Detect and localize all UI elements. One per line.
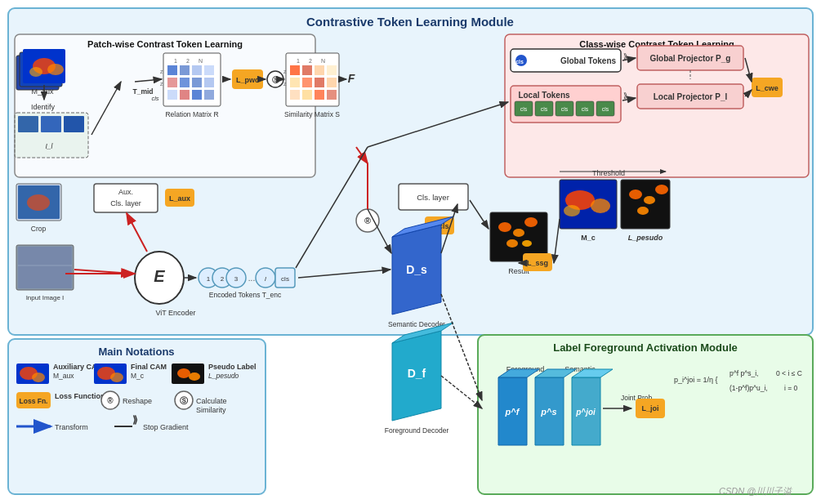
svg-marker-131 <box>572 377 600 445</box>
svg-line-170 <box>441 204 457 253</box>
svg-rect-134 <box>636 399 665 418</box>
svg-line-100 <box>127 213 147 252</box>
svg-rect-30 <box>167 78 177 87</box>
global-tokens-label: Global Tokens <box>560 56 617 65</box>
svg-marker-105 <box>392 225 441 314</box>
svg-line-172 <box>554 219 560 263</box>
svg-rect-56 <box>315 90 324 100</box>
svg-text:3: 3 <box>234 275 239 283</box>
svg-point-7 <box>47 64 64 75</box>
notations-title: Main Notations <box>98 346 174 358</box>
svg-point-123 <box>637 207 649 215</box>
svg-rect-66 <box>511 86 621 123</box>
similarity-matrix-label: Similarity Matrix S <box>284 110 340 118</box>
svg-rect-33 <box>204 78 214 87</box>
ljoi-label: L_joi <box>641 404 658 413</box>
svg-rect-109 <box>490 212 547 261</box>
svg-rect-94 <box>275 268 295 288</box>
svg-text:p^f p^s_i,: p^f p^s_i, <box>730 369 758 377</box>
svg-line-179 <box>296 147 368 268</box>
encoder-label: E <box>154 267 165 285</box>
df-label: D_f <box>408 367 426 380</box>
ema-label: EMA <box>682 87 698 96</box>
svg-text:®: ® <box>107 396 114 405</box>
svg-text:1: 1 <box>297 58 300 64</box>
svg-point-116 <box>565 190 595 210</box>
lcls-label: L_cls <box>430 222 448 230</box>
svg-point-16 <box>27 194 50 211</box>
svg-text:⟫: ⟫ <box>623 91 627 100</box>
svg-rect-75 <box>596 101 614 116</box>
svg-text:N: N <box>321 58 325 64</box>
svg-rect-38 <box>232 69 263 89</box>
svg-point-8 <box>29 67 42 77</box>
svg-line-175 <box>441 376 482 408</box>
svg-text:cls: cls <box>541 106 548 112</box>
relation-matrix-label: Relation Matrix R <box>165 110 218 118</box>
svg-point-149 <box>177 368 190 378</box>
svg-text:2: 2 <box>221 275 225 283</box>
svg-text:Ⓢ: Ⓢ <box>180 396 189 405</box>
svg-rect-96 <box>94 184 158 212</box>
pseudo-label-label: Pseudo Label <box>208 363 257 371</box>
svg-rect-103 <box>425 216 454 234</box>
il-label: I_l <box>46 142 54 150</box>
vit-encoder-label: ViT Encoder <box>155 309 195 317</box>
similarity-symbol: Ⓢ <box>272 76 280 84</box>
global-projector-label: Global Projector P_g <box>650 54 731 63</box>
svg-rect-5 <box>23 49 65 83</box>
svg-rect-48 <box>315 65 324 75</box>
svg-text:2: 2 <box>186 58 190 64</box>
svg-point-113 <box>506 239 518 248</box>
svg-rect-4 <box>20 52 62 87</box>
svg-line-82 <box>745 58 752 82</box>
svg-point-156 <box>175 391 193 409</box>
svg-rect-77 <box>637 84 743 109</box>
svg-rect-54 <box>290 90 300 100</box>
semantic-lfam-label: Semantic <box>564 365 596 373</box>
svg-text:z: z <box>160 81 163 87</box>
ds-label: D_s <box>406 263 427 276</box>
svg-text:(1-p^f)p^u_i,: (1-p^f)p^u_i, <box>730 384 768 392</box>
svg-point-150 <box>189 372 200 381</box>
svg-point-87 <box>212 268 232 288</box>
svg-point-145 <box>97 367 115 380</box>
svg-rect-14 <box>16 184 61 221</box>
local-tokens-label: Local Tokens <box>518 91 570 100</box>
svg-marker-106 <box>392 216 453 237</box>
svg-rect-18 <box>18 247 72 288</box>
svg-rect-28 <box>192 65 202 75</box>
svg-rect-59 <box>511 49 621 72</box>
svg-text:Loss Fn.: Loss Fn. <box>20 397 48 405</box>
svg-point-120 <box>629 190 642 199</box>
main-container: Contrastive Token Learning Module Patch-… <box>0 0 821 504</box>
svg-marker-129 <box>535 377 564 445</box>
semantic-decoder-label: Semantic Decoder <box>388 320 445 328</box>
svg-line-165 <box>135 79 162 82</box>
joint-prob-label: Joint Prob. <box>621 394 654 402</box>
svg-point-142 <box>32 372 45 382</box>
svg-rect-20 <box>163 53 221 106</box>
svg-rect-32 <box>192 78 202 87</box>
threshold-label: Threshold <box>592 169 625 177</box>
reshape-label: Reshape <box>123 397 152 405</box>
result-label: Result <box>508 267 529 275</box>
svg-rect-126 <box>478 335 813 494</box>
svg-rect-152 <box>16 392 51 408</box>
svg-text:cls: cls <box>561 106 569 112</box>
ctl-title: Contrastive Token Learning Module <box>306 15 514 29</box>
svg-rect-10 <box>15 113 88 158</box>
svg-line-162 <box>74 270 132 274</box>
foreground-decoder-label: Foreground Decoder <box>385 426 449 435</box>
svg-text:cls: cls <box>281 275 289 283</box>
svg-rect-140 <box>16 364 49 384</box>
svg-text:N: N <box>199 58 203 64</box>
svg-point-104 <box>356 209 379 232</box>
svg-line-174 <box>441 294 482 400</box>
svg-text:0 < i ≤ C: 0 < i ≤ C <box>776 369 802 377</box>
svg-rect-50 <box>290 78 300 87</box>
svg-rect-11 <box>18 116 38 132</box>
svg-point-6 <box>33 58 56 74</box>
svg-text:cls: cls <box>520 106 528 112</box>
svg-point-84 <box>135 252 184 304</box>
